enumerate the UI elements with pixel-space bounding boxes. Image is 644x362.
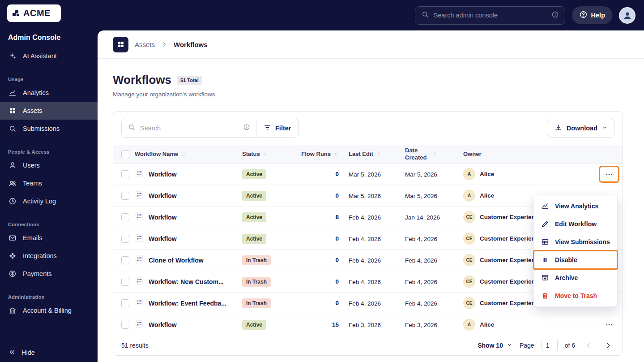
sparkles-icon	[8, 52, 17, 60]
sidebar-item-teams[interactable]: Teams	[0, 174, 98, 192]
sidebar-item-label: AI Assistant	[23, 52, 57, 60]
last-edit: Feb 4, 2026	[349, 300, 381, 307]
table-search-input[interactable]	[140, 125, 239, 132]
owner-name: Customer Experience	[480, 300, 542, 306]
last-edit: Feb 4, 2026	[349, 236, 381, 242]
sidebar-item-account-billing[interactable]: Account & Billing	[0, 302, 98, 319]
sidebar-item-emails[interactable]: Emails	[0, 229, 98, 247]
sidebar: ACME Admin Console AI Assistant Usage An…	[0, 0, 98, 362]
hide-label: Hide	[21, 349, 35, 356]
sort-icon[interactable]	[376, 151, 381, 157]
sidebar-item-ai-assistant[interactable]: AI Assistant	[0, 47, 98, 65]
owner-name: Customer Experience	[480, 278, 542, 285]
sidebar-item-label: Account & Billing	[23, 307, 72, 314]
sort-icon[interactable]	[181, 151, 186, 157]
date-created: Jan 14, 2026	[405, 214, 440, 221]
sidebar-item-activity-log[interactable]: Activity Log	[0, 192, 98, 210]
sidebar-item-submissions[interactable]: Submissions	[0, 120, 98, 138]
workflow-file-icon	[135, 298, 144, 309]
row-checkbox[interactable]	[121, 170, 129, 178]
workflow-name[interactable]: Workflow	[149, 321, 177, 328]
prev-page-button[interactable]	[582, 339, 595, 352]
row-checkbox[interactable]	[121, 278, 129, 286]
table-toolbar: Filter Download	[113, 112, 623, 145]
sidebar-item-payments[interactable]: Payments	[0, 265, 98, 283]
workflow-name[interactable]: Workflow: New Custom...	[149, 278, 224, 285]
menu-item-archive[interactable]: Archive	[534, 269, 617, 287]
sidebar-item-users[interactable]: Users	[0, 156, 98, 174]
workflow-name[interactable]: Workflow	[149, 235, 177, 242]
pause-icon	[541, 256, 550, 264]
menu-item-disable[interactable]: Disable	[534, 251, 617, 269]
table-header: Workflow Name Status Flow Runs Last Edit	[113, 145, 623, 164]
menu-item-label: Archive	[555, 274, 578, 281]
workflow-name[interactable]: Workflow	[149, 214, 177, 221]
workflow-name[interactable]: Workflow	[149, 192, 177, 199]
assets-tile-icon	[113, 37, 128, 52]
menu-item-label: View Submissions	[555, 238, 610, 246]
user-icon	[8, 161, 17, 170]
sidebar-item-integrations[interactable]: Integrations	[0, 247, 98, 265]
select-all-checkbox[interactable]	[121, 150, 129, 158]
breadcrumb-assets[interactable]: Assets	[135, 41, 155, 48]
header-date-created[interactable]: Date Created	[405, 147, 429, 161]
header-owner[interactable]: Owner	[463, 151, 481, 157]
row-checkbox[interactable]	[121, 192, 129, 200]
sort-icon[interactable]	[432, 151, 437, 157]
menu-item-move-to-trash[interactable]: Move to Trash	[534, 287, 617, 305]
header-flow-runs[interactable]: Flow Runs	[301, 151, 331, 157]
page-size-select[interactable]: Show 10	[478, 342, 512, 349]
download-button[interactable]: Download	[548, 119, 614, 138]
menu-item-view-submissions[interactable]: View Submissions	[534, 233, 617, 251]
sidebar-item-label: Teams	[23, 180, 42, 187]
menu-item-view-analytics[interactable]: View Analytics	[534, 197, 617, 215]
header-workflow-name[interactable]: Workflow Name	[135, 151, 178, 157]
pencil-icon	[541, 220, 550, 228]
owner-avatar: A	[463, 190, 475, 202]
menu-item-edit-workflow[interactable]: Edit Workflow	[534, 215, 617, 233]
sidebar-item-assets[interactable]: Assets	[0, 102, 98, 120]
row-checkbox[interactable]	[121, 299, 129, 307]
sidebar-hide-button[interactable]: Hide	[0, 343, 98, 362]
workflow-name[interactable]: Workflow: Event Feedba...	[149, 300, 226, 307]
row-checkbox[interactable]	[121, 235, 129, 243]
filter-icon	[264, 124, 271, 133]
row-actions-button[interactable]	[600, 318, 618, 332]
status-badge: In Trash	[242, 255, 271, 265]
admin-search-input[interactable]	[434, 12, 547, 19]
header-status[interactable]: Status	[242, 151, 260, 157]
page-title: Workflows	[113, 73, 171, 87]
header-last-edit[interactable]: Last Edit	[349, 151, 373, 157]
sidebar-item-analytics[interactable]: Analytics	[0, 84, 98, 102]
workflow-name[interactable]: Workflow	[149, 171, 177, 178]
user-avatar[interactable]	[619, 7, 635, 24]
row-checkbox[interactable]	[121, 321, 129, 329]
chevron-right-icon	[161, 41, 167, 47]
question-circle-icon	[579, 10, 588, 20]
sidebar-item-label: Integrations	[23, 252, 57, 259]
workflow-file-icon	[135, 276, 144, 287]
sidebar-nav: AI Assistant Usage Analytics Assets Subm…	[0, 44, 98, 343]
menu-item-label: Move to Trash	[555, 292, 597, 299]
row-actions-button[interactable]	[600, 167, 618, 181]
next-page-button[interactable]	[602, 339, 614, 352]
envelope-icon	[8, 233, 17, 242]
sidebar-item-label: Submissions	[23, 125, 60, 132]
sort-icon[interactable]	[263, 151, 268, 157]
sort-icon[interactable]	[333, 151, 339, 157]
row-checkbox[interactable]	[121, 213, 129, 221]
double-chevron-left-icon	[8, 348, 16, 358]
flow-runs: 15	[332, 321, 339, 328]
table-search[interactable]	[122, 119, 256, 137]
acme-logo[interactable]: ACME	[7, 4, 61, 22]
owner-name: Alice	[480, 321, 494, 328]
filter-button[interactable]: Filter	[256, 119, 298, 137]
admin-search[interactable]	[415, 6, 565, 25]
help-button[interactable]: Help	[572, 6, 612, 24]
table-row: Workflow Active 15 Feb 3, 2026 Feb 3, 20…	[113, 314, 623, 335]
row-checkbox[interactable]	[121, 256, 129, 264]
page-number-input[interactable]	[542, 339, 558, 352]
owner-name: Customer Experience	[480, 214, 542, 220]
total-badge: 51 Total	[177, 76, 202, 85]
workflow-name[interactable]: Clone of Workflow	[149, 257, 204, 264]
